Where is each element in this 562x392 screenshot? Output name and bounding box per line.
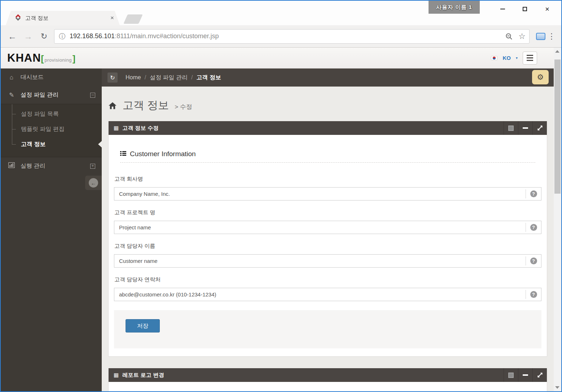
khan-logo: KHAN [ provisioning ] (7, 52, 75, 65)
bar-chart-icon (8, 162, 15, 170)
form-footer: 저장 (114, 310, 541, 348)
panel-expand-button[interactable] (532, 368, 547, 382)
app-header: KHAN [ provisioning ] KO ▾ (1, 48, 554, 69)
input-group-company: ? (114, 187, 541, 201)
browser-tab[interactable]: 고객 정보 × (6, 11, 120, 25)
language-chevron-down-icon[interactable]: ▾ (516, 56, 518, 60)
help-question-icon: ? (530, 257, 537, 264)
edit-icon: ✎ (8, 91, 15, 99)
url-path: :8111/main.mvc#action/customer.jsp (115, 32, 505, 40)
help-question-icon: ? (530, 224, 537, 231)
tab-title: 고객 정보 (25, 15, 105, 22)
logo-text: KHAN (7, 52, 41, 65)
customer-contact-input[interactable] (114, 288, 526, 301)
maximize-button[interactable] (514, 3, 536, 15)
hamburger-menu-button[interactable] (523, 52, 537, 65)
section-header: Customer Information (120, 150, 535, 158)
list-icon (120, 151, 126, 158)
save-button[interactable]: 저장 (126, 319, 160, 332)
sidebar-subitem-customer-info[interactable]: 고객 정보 (1, 137, 102, 152)
settings-gear-button[interactable]: ⚙ (532, 70, 549, 84)
project-name-input[interactable] (114, 221, 526, 234)
input-group-project: ? (114, 221, 541, 234)
logo-bracket-close: ] (73, 54, 75, 64)
field-label-contact-name: 고객 담당자 이름 (114, 243, 541, 250)
content-area: ↻ Home / 설정 파일 관리 / 고객 정보 ⚙ (102, 69, 554, 391)
input-help-addon[interactable]: ? (526, 221, 541, 234)
sidebar-item-label: 실행 관리 (21, 162, 45, 170)
browser-window: 고객 정보 × 사용자 이름 1 × ← → ↻ ⓘ 192.168.56.10… (0, 0, 562, 392)
sidebar-item-dashboard[interactable]: ⌂ 대시보드 (1, 69, 102, 86)
customer-name-input[interactable] (114, 255, 526, 267)
user-badge: 사용자 이름 1 (429, 1, 480, 14)
breadcrumb-config-files[interactable]: 설정 파일 관리 (150, 74, 188, 82)
panel-expand-button[interactable] (532, 121, 547, 135)
expand-plus-icon[interactable]: + (90, 164, 95, 169)
zoom-out-icon[interactable] (505, 33, 513, 40)
breadcrumb-separator: / (191, 74, 193, 81)
url-bar[interactable]: ⓘ 192.168.56.101 :8111/main.mvc#action/c… (54, 29, 530, 44)
scroll-down-icon[interactable] (555, 386, 559, 389)
input-group-contact-info: ? (114, 288, 541, 301)
page-info-icon[interactable]: ⓘ (59, 32, 65, 41)
sidebar-item-config-files[interactable]: ✎ 설정 파일 관리 – (1, 86, 102, 104)
panel-body: Customer Information 고객 회사명 ? (109, 150, 547, 356)
page-title: 고객 정보 > 수정 (108, 98, 547, 113)
panel-customer-edit: ▦ 고객 정보 수정 (108, 121, 547, 357)
panel-box-button[interactable] (504, 368, 518, 382)
language-selector[interactable]: KO (502, 55, 511, 61)
breadcrumb-current: 고객 정보 (196, 74, 221, 82)
scroll-up-icon[interactable] (555, 50, 559, 53)
sidebar-item-execution[interactable]: 실행 관리 + (1, 157, 102, 175)
input-help-addon[interactable]: ? (526, 255, 541, 267)
logo-bracket-open: [ (41, 54, 44, 64)
active-item-caret (98, 141, 102, 147)
reload-icon[interactable]: ↻ (36, 32, 52, 41)
sidebar-item-label: 설정 파일 관리 (21, 91, 58, 99)
sidebar-subitem-label: 고객 정보 (21, 141, 45, 147)
panel-box-button[interactable] (504, 121, 518, 135)
company-name-input[interactable] (114, 188, 526, 200)
panel-collapse-button[interactable] (518, 368, 532, 382)
page-title-text: 고객 정보 (123, 98, 169, 113)
sidebar-submenu: 설정 파일 목록 템플릿 파일 편집 고객 정보 (1, 104, 102, 157)
refresh-button[interactable]: ↻ (107, 72, 118, 83)
tab-close-icon[interactable]: × (108, 14, 116, 22)
input-help-addon[interactable]: ? (526, 288, 541, 301)
sidebar-collapse-button[interactable]: ← (85, 176, 102, 190)
close-button[interactable]: × (536, 3, 558, 15)
sidebar-subitem-label: 템플릿 파일 편집 (21, 126, 65, 132)
page-scrollbar[interactable] (554, 48, 561, 391)
panel-collapse-button[interactable] (518, 121, 532, 135)
browser-menu-icon[interactable]: ⋮ (545, 32, 558, 41)
browser-toolbar: ← → ↻ ⓘ 192.168.56.101 :8111/main.mvc#ac… (1, 25, 561, 48)
panel-report-logo: ▦ 레포트 로고 변경 (108, 368, 547, 391)
forward-icon[interactable]: → (20, 31, 36, 41)
bookmark-star-icon[interactable]: ☆ (518, 32, 526, 41)
new-tab-button[interactable] (123, 14, 143, 24)
fullscreen-extension-icon[interactable] (536, 33, 545, 40)
dashed-divider (120, 162, 535, 163)
help-question-icon: ? (530, 190, 537, 197)
field-label-project: 고객 프로젝트 명 (114, 209, 541, 216)
expand-arrows-icon (537, 372, 543, 378)
window-controls: × (491, 3, 558, 15)
help-question-icon: ? (530, 291, 537, 298)
expand-arrows-icon (537, 125, 543, 131)
sidebar-subitem-config-file-list[interactable]: 설정 파일 목록 (1, 106, 102, 122)
sidebar: ⌂ 대시보드 ✎ 설정 파일 관리 – 설정 파일 목록 템플릿 파일 편집 (1, 69, 102, 391)
logo-subtitle: provisioning (44, 57, 73, 63)
input-help-addon[interactable]: ? (526, 188, 541, 200)
minimize-button[interactable] (491, 3, 514, 15)
titlebar: 고객 정보 × 사용자 이름 1 × (1, 1, 561, 25)
home-icon: ⌂ (8, 74, 15, 81)
sidebar-item-label: 대시보드 (21, 74, 44, 81)
breadcrumb-bar: ↻ Home / 설정 파일 관리 / 고객 정보 ⚙ (102, 69, 554, 87)
panel-header: ▦ 레포트 로고 변경 (109, 368, 547, 382)
breadcrumb-home[interactable]: Home (126, 74, 141, 81)
back-icon[interactable]: ← (4, 31, 20, 41)
sidebar-subitem-template-file-edit[interactable]: 템플릿 파일 편집 (1, 122, 102, 137)
table-icon: ▦ (114, 125, 119, 131)
scrollbar-thumb[interactable] (554, 60, 561, 194)
collapse-minus-icon[interactable]: – (90, 93, 95, 98)
